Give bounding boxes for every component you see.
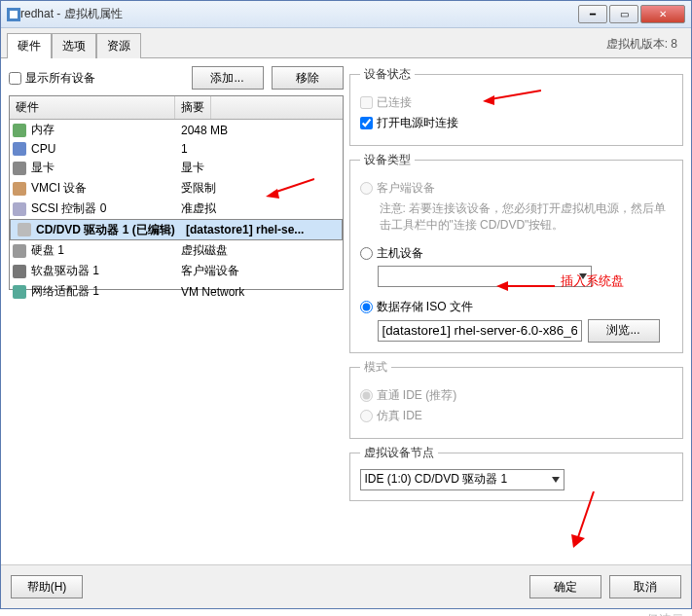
watermark: 亿速云 [0,609,692,616]
disk-icon [10,244,29,258]
col-summary: 摘要 [175,96,211,119]
svg-rect-2 [13,124,26,137]
cpu-icon [10,142,29,156]
browse-button[interactable]: 浏览... [588,319,660,343]
hardware-table: 硬件 摘要 内存2048 MBCPU1显卡显卡VMCI 设备受限制SCSI 控制… [9,95,344,290]
tab-options[interactable]: 选项 [52,33,96,58]
svg-rect-4 [13,162,26,175]
hw-summary: VM Network [175,285,343,299]
hw-name: 硬盘 1 [29,242,175,259]
hw-summary: 2048 MB [175,124,343,137]
virtual-node-group: 虚拟设备节点 IDE (1:0) CD/DVD 驱动器 1 [349,445,684,501]
hw-summary: 客户端设备 [175,263,343,279]
hw-name: 内存 [29,122,175,138]
iso-path-input[interactable] [378,320,582,342]
app-icon [7,8,20,21]
memory-icon [10,124,29,137]
radio-passthrough: 直通 IDE (推荐) [360,387,674,404]
connect-at-poweron-checkbox[interactable]: 打开电源时连接 [360,115,674,131]
floppy-icon [10,265,29,278]
tab-hardware[interactable]: 硬件 [7,33,52,58]
hw-name: CPU [29,142,175,156]
svg-rect-3 [13,142,26,156]
ok-button[interactable]: 确定 [529,575,601,598]
hw-summary: 虚拟磁盘 [175,242,343,259]
connected-checkbox: 已连接 [360,94,674,111]
device-type-group: 设备类型 客户端设备 注意: 若要连接该设备，您必须打开虚拟机电源，然后单击工具… [349,152,684,353]
hw-name: 显卡 [29,160,175,176]
video-icon [10,162,29,175]
hw-name: SCSI 控制器 0 [29,200,175,217]
col-hardware: 硬件 [10,96,175,119]
table-row[interactable]: 网络适配器 1VM Network [10,281,343,302]
tabbar: 硬件 选项 资源 虚拟机版本: 8 [1,28,691,58]
table-row[interactable]: CD/DVD 驱动器 1 (已编辑)[datastore1] rhel-se..… [10,219,343,240]
cd-icon [15,223,34,236]
table-row[interactable]: 显卡显卡 [10,158,343,178]
help-button[interactable]: 帮助(H) [11,575,83,598]
svg-rect-5 [13,182,26,196]
mode-group: 模式 直通 IDE (推荐) 仿真 IDE [349,359,684,439]
vmci-icon [10,182,29,196]
titlebar: redhat - 虚拟机属性 ━ ▭ ✕ [1,1,691,28]
hw-name: CD/DVD 驱动器 1 (已编辑) [34,222,180,238]
window-title: redhat - 虚拟机属性 [20,6,578,22]
add-button[interactable]: 添加... [192,66,264,90]
radio-emulate: 仿真 IDE [360,408,674,424]
tab-resources[interactable]: 资源 [96,33,141,58]
hw-summary: 1 [175,142,343,156]
remove-button[interactable]: 移除 [272,66,344,90]
hw-name: 网络适配器 1 [29,283,175,300]
svg-rect-9 [13,265,26,278]
maximize-button[interactable]: ▭ [609,5,638,23]
radio-datastore-iso[interactable]: 数据存储 ISO 文件 [360,299,674,315]
table-row[interactable]: 硬盘 1虚拟磁盘 [10,240,343,261]
table-row[interactable]: CPU1 [10,140,343,158]
hw-summary: 准虚拟 [175,200,343,217]
cancel-button[interactable]: 取消 [609,575,681,598]
host-device-select [378,266,592,287]
table-row[interactable]: 软盘驱动器 1客户端设备 [10,261,343,281]
svg-rect-1 [10,11,18,18]
svg-rect-8 [13,244,26,258]
svg-rect-10 [13,285,26,299]
hw-name: 软盘驱动器 1 [29,263,175,279]
device-status-group: 设备状态 已连接 打开电源时连接 [349,66,684,146]
table-row[interactable]: VMCI 设备受限制 [10,178,343,199]
svg-rect-7 [18,223,31,236]
virtual-node-select[interactable]: IDE (1:0) CD/DVD 驱动器 1 [360,469,565,490]
show-all-devices-checkbox[interactable]: 显示所有设备 [9,70,95,87]
hw-summary: [datastore1] rhel-se... [180,223,338,236]
hw-name: VMCI 设备 [29,180,175,197]
svg-rect-6 [13,202,26,216]
nic-icon [10,285,29,299]
client-device-note: 注意: 若要连接该设备，您必须打开虚拟机电源，然后单击工具栏中的"连接 CD/D… [380,200,674,234]
close-button[interactable]: ✕ [640,5,685,23]
hw-summary: 受限制 [175,180,343,197]
scsi-icon [10,202,29,216]
radio-client-device: 客户端设备 [360,180,674,197]
minimize-button[interactable]: ━ [578,5,607,23]
radio-host-device[interactable]: 主机设备 [360,245,674,262]
vm-version: 虚拟机版本: 8 [599,32,685,57]
hw-summary: 显卡 [175,160,343,176]
table-row[interactable]: SCSI 控制器 0准虚拟 [10,199,343,219]
table-row[interactable]: 内存2048 MB [10,120,343,140]
